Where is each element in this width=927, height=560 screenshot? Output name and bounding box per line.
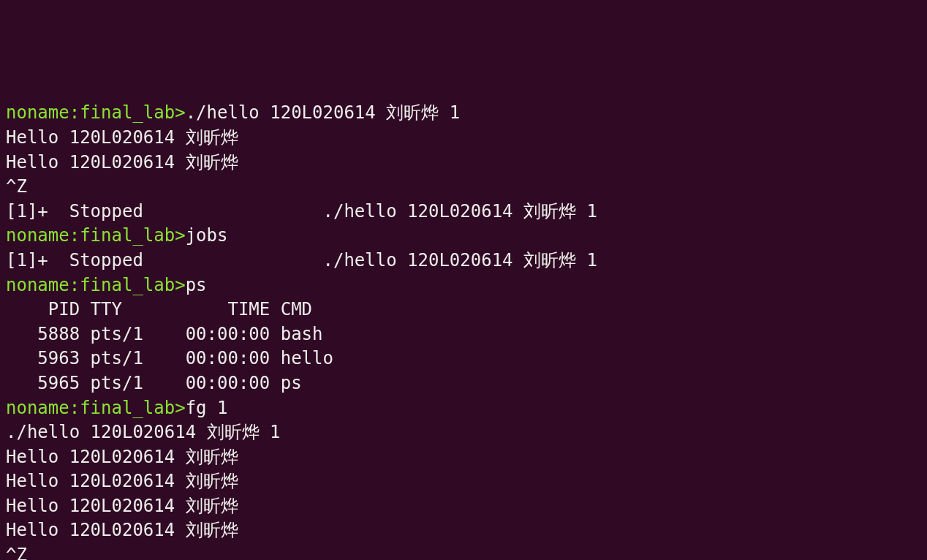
prompt-path: final_lab [80,275,175,295]
terminal-line: 5965 pts/1 00:00:00 ps [6,371,921,396]
terminal-line: Hello 120L020614 刘昕烨 [6,518,921,543]
prompt-end: > [175,102,185,123]
terminal-pane[interactable]: noname:final_lab>./hello 120L020614 刘昕烨 … [6,101,921,560]
prompt-end: > [175,225,185,246]
command-text: ./hello 120L020614 刘昕烨 1 [186,102,460,123]
prompt-separator: : [69,398,80,418]
terminal-line: [1]+ Stopped ./hello 120L020614 刘昕烨 1 [6,249,921,273]
output-text: PID TTY TIME CMD [6,299,312,319]
terminal-line: 5963 pts/1 00:00:00 hello [6,347,921,371]
output-text: [1]+ Stopped ./hello 120L020614 刘昕烨 1 [6,250,597,270]
output-text: Hello 120L020614 刘昕烨 [6,127,238,148]
prompt-path: final_lab [80,225,175,246]
prompt-path: final_lab [80,398,175,418]
terminal-line: Hello 120L020614 刘昕烨 [6,151,921,175]
terminal-line: ^Z [6,543,921,560]
prompt-end: > [175,398,185,418]
terminal-line: noname:final_lab>ps [6,273,921,298]
terminal-line: PID TTY TIME CMD [6,298,921,322]
prompt-user: noname [6,275,69,295]
command-text: fg 1 [186,398,228,418]
output-text: 5963 pts/1 00:00:00 hello [6,348,333,368]
command-text: jobs [186,225,228,246]
terminal-line: noname:final_lab>fg 1 [6,396,921,421]
output-text: ^Z [6,176,27,197]
output-text: ./hello 120L020614 刘昕烨 1 [6,422,280,442]
output-text: ^Z [6,545,27,560]
prompt-separator: : [69,225,80,246]
output-text: Hello 120L020614 刘昕烨 [6,447,238,467]
output-text: Hello 120L020614 刘昕烨 [6,471,238,491]
prompt-separator: : [69,275,80,295]
terminal-line: ./hello 120L020614 刘昕烨 1 [6,420,921,445]
terminal-line: Hello 120L020614 刘昕烨 [6,126,921,151]
terminal-line: Hello 120L020614 刘昕烨 [6,469,921,494]
terminal-line: ^Z [6,175,921,200]
output-text: 5965 pts/1 00:00:00 ps [6,373,302,393]
output-text: Hello 120L020614 刘昕烨 [6,520,238,540]
prompt-end: > [175,275,185,295]
terminal-line: noname:final_lab>./hello 120L020614 刘昕烨 … [6,101,921,126]
terminal-line: noname:final_lab>jobs [6,224,921,249]
prompt-user: noname [6,225,69,246]
terminal-line: 5888 pts/1 00:00:00 bash [6,322,921,347]
prompt-user: noname [6,398,69,418]
prompt-user: noname [6,102,69,123]
terminal-line: Hello 120L020614 刘昕烨 [6,494,921,519]
prompt-separator: : [69,102,80,123]
prompt-path: final_lab [80,102,175,123]
terminal-line: [1]+ Stopped ./hello 120L020614 刘昕烨 1 [6,200,921,224]
terminal-line: Hello 120L020614 刘昕烨 [6,445,921,470]
output-text: Hello 120L020614 刘昕烨 [6,496,238,516]
output-text: Hello 120L020614 刘昕烨 [6,152,238,173]
command-text: ps [186,275,207,295]
output-text: [1]+ Stopped ./hello 120L020614 刘昕烨 1 [6,201,597,222]
output-text: 5888 pts/1 00:00:00 bash [6,324,322,344]
